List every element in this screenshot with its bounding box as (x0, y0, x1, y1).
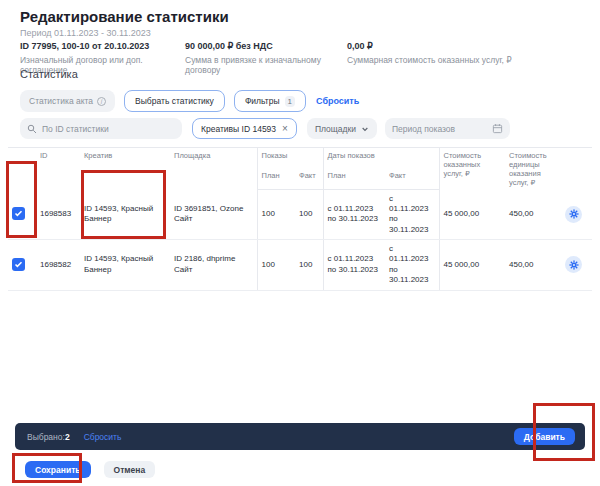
services-sum-value: 0,00 ₽ (347, 41, 512, 51)
cell-fact: 100 (295, 189, 323, 240)
gear-icon (569, 260, 579, 270)
services-sum-label: Суммарная стоимость оказанных услуг, ₽ (347, 55, 512, 65)
contract-info-row: ID 77995, 100-10 от 20.10.2023 Изначальн… (20, 41, 512, 75)
check-icon (14, 209, 23, 218)
filters-row: Креативы ID 14593 × Площадки (20, 118, 510, 139)
contract-sum-label: Сумма в привязке к изначальному договору (185, 55, 347, 75)
header-platform: Площадка (170, 148, 257, 190)
header-creative: Креатив (80, 148, 170, 190)
cell-date-fact: с 01.11.2023 по 30.11.2023 (385, 189, 439, 240)
services-sum-info: 0,00 ₽ Суммарная стоимость оказанных усл… (347, 41, 512, 75)
cell-plan: 100 (257, 189, 295, 240)
header-impressions-plan: План (257, 168, 295, 189)
row-settings-button[interactable] (565, 206, 582, 223)
add-button[interactable]: Добавить (514, 428, 575, 445)
creative-filter-chip[interactable]: Креативы ID 14593 × (192, 118, 297, 139)
cell-date-fact: с 01.11.2023 по 30.11.2023 (385, 240, 439, 291)
contract-id-value: ID 77995, 100-10 от 20.10.2023 (20, 41, 185, 51)
controls-row: Статистика акта i Выбрать статистику Фил… (20, 90, 359, 112)
select-statistics-button[interactable]: Выбрать статистику (124, 90, 225, 112)
row-checkbox[interactable] (12, 207, 25, 220)
cell-creative: ID 14593, Красный Баннер (80, 240, 170, 291)
cell-platform: ID 3691851, Ozone Сайт (170, 189, 257, 240)
close-icon[interactable]: × (282, 124, 288, 134)
selected-count: 2 (65, 432, 70, 442)
header-id: ID (36, 148, 80, 190)
table-row: 1698582 ID 14593, Красный Баннер ID 2186… (8, 240, 592, 291)
selection-reset-link[interactable]: Сбросить (84, 432, 122, 442)
header-dates-fact: Факт (385, 168, 439, 189)
info-icon: i (97, 97, 106, 106)
search-icon (27, 124, 37, 134)
cell-platform: ID 2186, dhprime Сайт (170, 240, 257, 291)
creative-filter-label: Креативы ID 14593 (201, 124, 276, 134)
section-title: Статистика (20, 68, 78, 80)
filters-label: Фильтры (245, 96, 280, 106)
calendar-icon (492, 123, 503, 134)
header-checkbox-col (8, 148, 36, 190)
header-cost: Стоимость оказанных услуг, ₽ (439, 148, 505, 190)
page-title: Редактирование статистики (20, 8, 229, 25)
cell-unit-cost: 450,00 (505, 240, 561, 291)
cell-date-plan: с 01.11.2023 по 30.11.2023 (323, 189, 385, 240)
select-statistics-label: Выбрать статистику (135, 96, 214, 106)
period-input[interactable] (392, 124, 488, 134)
header-impressions-fact: Факт (295, 168, 323, 189)
reset-filters-link[interactable]: Сбросить (316, 96, 359, 106)
period-subtitle: Период 01.11.2023 - 30.11.2023 (20, 28, 151, 38)
contract-sum-info: 90 000,00 ₽ без НДС Сумма в привязке к и… (185, 41, 347, 75)
contract-sum-value: 90 000,00 ₽ без НДС (185, 41, 347, 51)
chevron-down-icon (361, 125, 369, 133)
platforms-dropdown[interactable]: Площадки (307, 118, 377, 139)
cancel-button[interactable]: Отмена (104, 461, 156, 478)
cell-creative: ID 14593, Красный Баннер (80, 189, 170, 240)
cell-fact: 100 (295, 240, 323, 291)
act-statistics-chip[interactable]: Статистика акта i (20, 90, 115, 112)
row-checkbox[interactable] (12, 258, 25, 271)
filters-button[interactable]: Фильтры 1 (234, 90, 306, 112)
gear-icon (569, 209, 579, 219)
save-button[interactable]: Сохранить (25, 461, 91, 478)
header-actions-col (561, 148, 592, 190)
row-settings-button[interactable] (565, 256, 582, 273)
selection-bar: Выбрано:2 Сбросить Добавить (15, 423, 585, 450)
period-field[interactable] (385, 118, 510, 139)
cell-plan: 100 (257, 240, 295, 291)
cell-id: 1698583 (36, 189, 80, 240)
statistics-table: ID Креатив Площадка Показы Даты показов … (8, 147, 592, 291)
table-row: 1698583 ID 14593, Красный Баннер ID 3691… (8, 189, 592, 240)
cell-unit-cost: 450,00 (505, 189, 561, 240)
cell-id: 1698582 (36, 240, 80, 291)
header-dates: Даты показов (323, 148, 439, 169)
check-icon (14, 260, 23, 269)
platforms-label: Площадки (315, 124, 356, 134)
filters-count-badge: 1 (285, 96, 295, 107)
cell-date-plan: с 01.11.2023 по 30.11.2023 (323, 240, 385, 291)
selected-label: Выбрано: (27, 432, 65, 442)
search-field[interactable] (20, 118, 182, 139)
header-unit-cost: Стоимость единицы оказания услуг, ₽ (505, 148, 561, 190)
cell-cost: 45 000,00 (439, 240, 505, 291)
footer-buttons: Сохранить Отмена (25, 461, 155, 478)
cell-cost: 45 000,00 (439, 189, 505, 240)
header-dates-plan: План (323, 168, 385, 189)
search-input[interactable] (42, 124, 175, 134)
header-impressions: Показы (257, 148, 323, 169)
act-statistics-label: Статистика акта (29, 96, 93, 106)
